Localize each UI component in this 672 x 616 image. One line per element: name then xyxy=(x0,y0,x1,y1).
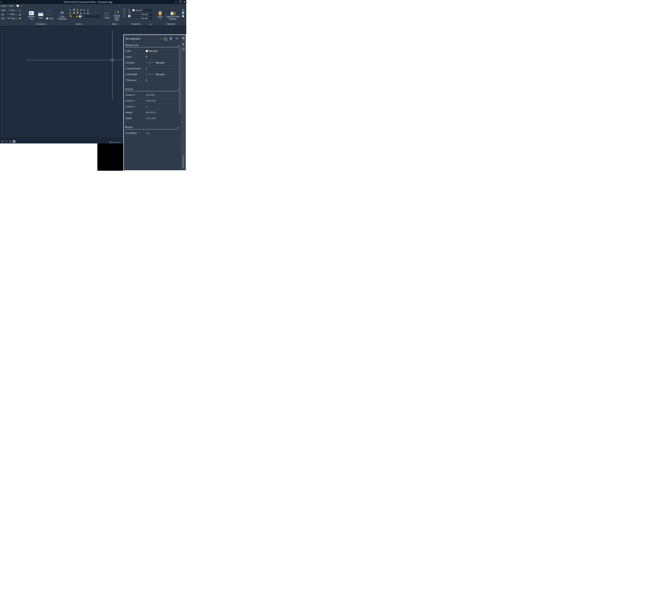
panel-launcher-icon[interactable]: ◢ xyxy=(150,23,151,25)
layer-isolate-icon[interactable]: ✚ xyxy=(76,8,79,11)
layer-make-current-icon[interactable] xyxy=(83,8,86,11)
properties-palette: No selection▾ + General▾ ColorByLayer La… xyxy=(123,34,186,171)
section-header-general[interactable]: General▾ xyxy=(125,44,179,47)
layout-list-icon[interactable] xyxy=(9,140,12,143)
svg-point-16 xyxy=(74,12,75,13)
qat-indicator-icon[interactable] xyxy=(17,5,19,7)
row-annotation-scale[interactable]: Annotation1:1 xyxy=(125,130,179,136)
row-height[interactable]: Height481.6516 xyxy=(125,110,179,115)
copy-icon[interactable] xyxy=(182,12,184,14)
row-color[interactable]: ColorByLayer xyxy=(125,48,179,54)
quick-select-icon[interactable]: + xyxy=(163,37,168,41)
block-define-icon[interactable] xyxy=(123,15,126,18)
menu-bar: ervice APP+ ▾ xyxy=(0,4,186,8)
qat-caret-icon[interactable]: ▾ xyxy=(21,5,22,7)
palette-sidebar: ✕ ◂▸ Properties xyxy=(181,35,186,170)
layer-current-name: 0 xyxy=(82,15,83,18)
layer-properties-button[interactable]: Layer Properties xyxy=(57,8,68,23)
row-thickness[interactable]: Thickness0 xyxy=(125,77,179,83)
multiline-text-icon: A xyxy=(29,11,34,15)
layer-current-combo[interactable]: 💡 ☀ 🔒 0 ▾ xyxy=(69,15,103,18)
pickadd-toggle-icon[interactable] xyxy=(175,37,179,41)
break-button[interactable] xyxy=(18,8,22,12)
cut-icon[interactable] xyxy=(182,8,184,11)
layer-previous-icon[interactable] xyxy=(83,12,86,14)
pasteclip-icon[interactable] xyxy=(182,15,184,18)
section-header-misc[interactable]: Misc▾ xyxy=(125,126,179,129)
layer-lock-icon[interactable] xyxy=(79,8,82,11)
row-width[interactable]: Width1815.456 xyxy=(125,115,179,121)
block-edit-icon[interactable] xyxy=(123,8,126,11)
row-center-z[interactable]: Center Z0 xyxy=(125,104,179,110)
panel-label-properties[interactable]: Properties xyxy=(131,23,141,25)
menu-app-plus[interactable]: APP+ xyxy=(9,5,14,7)
minimize-button[interactable]: — xyxy=(174,1,177,3)
dim-linear-button[interactable] xyxy=(45,8,54,12)
palette-close-button[interactable]: ✕ xyxy=(182,37,185,40)
layer-walk-icon[interactable] xyxy=(86,12,89,14)
fillet-button[interactable]: Fillet xyxy=(7,12,18,16)
section-view: View▾ Center X493.605 Center Y398.9759 C… xyxy=(125,88,179,121)
scale-button[interactable]: ale xyxy=(1,12,6,16)
maximize-button[interactable]: ❐ xyxy=(179,1,182,3)
palette-title-vertical: Properties xyxy=(182,155,185,168)
layer-freeze-icon[interactable] xyxy=(72,8,75,11)
grid-toggle-icon[interactable] xyxy=(13,140,16,143)
prop-color-combo[interactable]: ByLayer▾ xyxy=(132,8,154,12)
array-button[interactable]: Array xyxy=(7,17,18,20)
model-tab-icon[interactable] xyxy=(1,140,4,143)
layer-unisolate-icon[interactable] xyxy=(76,12,79,14)
svg-text:+: + xyxy=(166,39,167,41)
palette-collapse-button[interactable]: ◂▸ xyxy=(182,43,184,45)
qat-dropdown-icon[interactable]: ▾ xyxy=(1,1,1,3)
layer-on-icon[interactable] xyxy=(69,12,72,14)
paste-icon xyxy=(157,11,163,16)
block-attr-icon[interactable] xyxy=(123,12,126,14)
row-layer[interactable]: Layer0 xyxy=(125,54,179,60)
palette-options-button[interactable] xyxy=(182,48,185,51)
row-linetype[interactable]: LinetypeByLayer xyxy=(125,60,179,66)
layer-unlock-icon[interactable] xyxy=(79,12,82,14)
field-button[interactable]: Field xyxy=(45,17,54,20)
prop-linetype-combo[interactable]: ByLayer▾ xyxy=(132,17,154,20)
layer-off-icon[interactable] xyxy=(69,8,72,11)
copy-settings-button[interactable]: Copy and Paste Settings xyxy=(165,8,181,23)
table-button[interactable]: Table xyxy=(37,8,44,23)
row-center-x[interactable]: Center X493.605 xyxy=(125,92,179,98)
change-basepoint-button[interactable]: Change Base Point xyxy=(112,8,122,23)
paste-button[interactable]: Paste▾ xyxy=(156,8,164,23)
insert-button[interactable]: Insert xyxy=(104,8,111,23)
row-linetype-scale[interactable]: LinetypeScale1 xyxy=(125,66,179,71)
panel-label-layers[interactable]: Layers xyxy=(76,23,83,25)
menu-service[interactable]: ervice xyxy=(1,5,7,7)
list-icon[interactable] xyxy=(128,15,131,18)
dim-linear-icon xyxy=(46,9,48,12)
prop-lineweight-combo[interactable]: ByLayer▾ xyxy=(132,12,154,16)
erase-button[interactable] xyxy=(18,12,22,16)
bulb-icon: 💡 xyxy=(69,15,72,18)
match-prop-icon[interactable] xyxy=(128,8,131,11)
panel-label-annotation[interactable]: Annotation xyxy=(36,23,46,25)
offset-button[interactable]: ffset xyxy=(1,17,6,20)
leader-button[interactable] xyxy=(45,12,54,16)
multiline-text-button[interactable]: A Multiline Text xyxy=(27,8,36,23)
row-lineweight[interactable]: LineWeightByLayer xyxy=(125,71,179,77)
panel-label-clipboard: Clipboard xyxy=(167,23,175,25)
selection-combo[interactable]: No selection▾ xyxy=(125,37,162,40)
explode-button[interactable] xyxy=(18,17,22,20)
layout-add-icon[interactable] xyxy=(5,140,8,143)
explode-icon xyxy=(19,17,21,20)
trim-button[interactable]: Trim xyxy=(7,8,18,12)
units-indicator[interactable]: 0.0 Millimeters xyxy=(110,142,121,143)
section-header-view[interactable]: View▾ xyxy=(125,88,179,91)
stretch-button[interactable]: retch xyxy=(1,8,6,12)
palette-scrollbar-thumb[interactable] xyxy=(179,46,181,114)
obj-color-icon[interactable] xyxy=(128,12,131,14)
select-objects-icon[interactable] xyxy=(169,37,173,41)
close-button[interactable]: ✕ xyxy=(183,1,186,3)
layer-thaw-icon[interactable] xyxy=(72,12,75,14)
svg-point-21 xyxy=(128,9,129,10)
layer-match-icon[interactable] xyxy=(86,8,89,11)
row-center-y[interactable]: Center Y398.9759 xyxy=(125,98,179,104)
palette-scrollbar-down[interactable] xyxy=(179,167,181,169)
